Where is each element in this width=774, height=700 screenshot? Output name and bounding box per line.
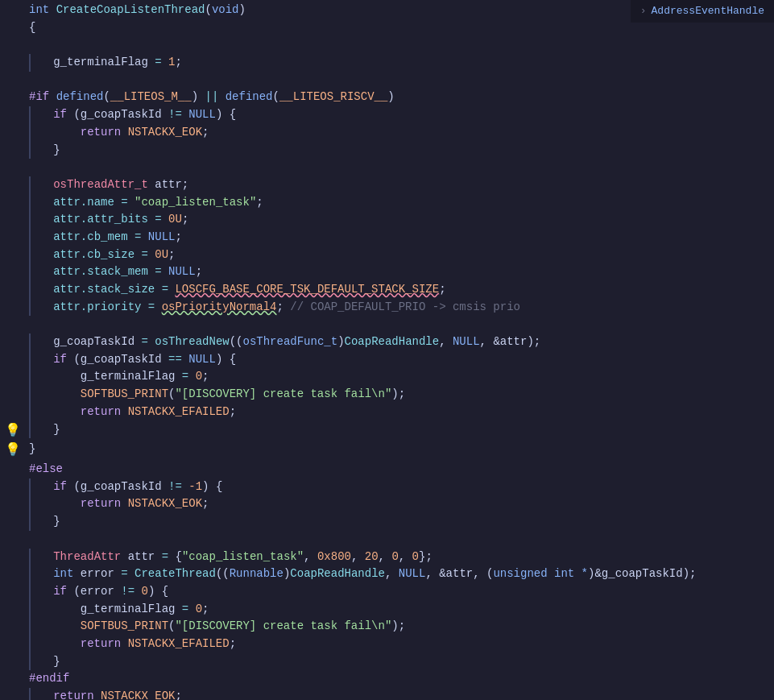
token — [218, 90, 225, 103]
code-line: return NSTACKX_EFAILED; — [0, 636, 774, 653]
token: (( — [216, 567, 230, 580]
token — [121, 637, 127, 650]
token: if — [53, 353, 67, 366]
line-text: g_terminalFlag = 0; — [23, 601, 771, 619]
line-text: return NSTACKX_EOK; — [23, 124, 771, 142]
token: , — [351, 550, 365, 563]
token — [175, 370, 181, 383]
token: ( — [103, 90, 110, 103]
token: } — [53, 423, 60, 436]
token: if — [53, 108, 67, 121]
token: ; — [230, 405, 236, 418]
code-line: g_terminalFlag = 1; — [0, 54, 774, 72]
token: defined — [226, 90, 273, 103]
token: , — [439, 335, 445, 348]
token — [49, 90, 56, 103]
token — [148, 335, 155, 348]
token — [141, 300, 147, 313]
token: #else — [29, 462, 63, 475]
token: if — [53, 585, 67, 598]
token: = — [141, 335, 147, 348]
line-text: SOFTBUS_PRINT("[DISCOVERY] create task f… — [23, 386, 771, 404]
line-text: ThreadAttr attr = {"coap_listen_task", 0… — [23, 549, 771, 566]
token: ( — [73, 108, 80, 121]
code-line: 💡 } — [0, 421, 774, 441]
token — [162, 480, 168, 493]
token: NULL — [188, 353, 216, 366]
token — [128, 196, 135, 209]
token — [94, 690, 101, 700]
token: ; — [439, 283, 445, 296]
token: int — [53, 567, 73, 580]
token: error — [81, 585, 114, 598]
line-text: return NSTACKX_EFAILED; — [23, 636, 771, 653]
token: if — [53, 480, 67, 493]
line-text: if (g_coapTaskId != NULL) { — [23, 106, 771, 124]
token: ; — [425, 550, 432, 563]
token: (( — [230, 335, 243, 348]
token: ) — [391, 619, 398, 632]
line-text: g_terminalFlag = 1; — [23, 54, 771, 72]
token: = — [182, 370, 188, 383]
token: attr.priority — [53, 300, 141, 313]
token: NSTACKX_EOK — [128, 126, 202, 139]
token: ; — [202, 603, 209, 615]
token — [155, 283, 161, 296]
token: , — [379, 550, 392, 563]
token — [162, 353, 168, 366]
token: , &attr) — [480, 335, 534, 348]
line-text: SOFTBUS_PRINT("[DISCOVERY] create task f… — [23, 618, 771, 636]
token: , — [399, 550, 412, 563]
line-hint: 💡 — [3, 421, 23, 441]
token: NULL — [168, 265, 196, 278]
token: g_terminalFlag — [81, 603, 176, 615]
code-line: attr.priority = osPriorityNormal4; // CO… — [0, 299, 774, 317]
token: NULL — [453, 335, 480, 348]
token: , — [304, 550, 317, 563]
token: ( — [73, 353, 80, 366]
line-text: #endif — [23, 670, 771, 688]
code-line — [0, 36, 774, 54]
code-line: attr.stack_mem = NULL; — [0, 263, 774, 281]
code-line: if (g_coapTaskId != -1) { — [0, 478, 774, 496]
token: } — [53, 515, 60, 528]
code-line: #if defined(__LITEOS_M__) || defined(__L… — [0, 89, 774, 106]
token: ) — [192, 90, 198, 103]
line-text: osThreadAttr_t attr; — [23, 176, 771, 194]
token: 0U — [168, 213, 182, 226]
token: #if — [29, 90, 49, 103]
token — [155, 300, 161, 313]
token: osThreadFunc_t — [243, 335, 338, 348]
token: ; — [399, 619, 405, 632]
code-line: } — [0, 142, 774, 159]
token: return — [81, 497, 121, 510]
token — [121, 126, 127, 139]
token — [148, 56, 155, 68]
token: ( — [73, 480, 80, 493]
token — [148, 213, 155, 226]
token: #endif — [29, 672, 69, 685]
code-line: g_coapTaskId = osThreadNew((osThreadFunc… — [0, 333, 774, 351]
line-text: if (g_coapTaskId == NULL) { — [23, 351, 771, 369]
token: &g_coapTaskId) — [594, 567, 689, 580]
token: Runnable — [230, 567, 284, 580]
token: { — [230, 108, 236, 121]
token: 20 — [365, 550, 379, 563]
code-line: } — [0, 513, 774, 531]
line-text: } — [23, 513, 771, 531]
token: ( — [273, 90, 279, 103]
token: ; — [175, 230, 181, 243]
token — [162, 56, 168, 68]
token: ; — [202, 126, 209, 139]
code-line: return NSTACKX_EOK; — [0, 688, 774, 700]
code-line: SOFTBUS_PRINT("[DISCOVERY] create task f… — [0, 386, 774, 404]
token: CoapReadHandle — [290, 567, 385, 580]
line-text: attr.stack_mem = NULL; — [23, 263, 771, 281]
token: CreateThread — [135, 567, 216, 580]
code-line: if (error != 0) { — [0, 583, 774, 601]
token: = — [155, 213, 161, 226]
token: ; — [689, 567, 696, 580]
line-text: g_terminalFlag = 0; — [23, 368, 771, 386]
token: { — [216, 480, 222, 493]
token: SOFTBUS_PRINT — [81, 619, 168, 632]
